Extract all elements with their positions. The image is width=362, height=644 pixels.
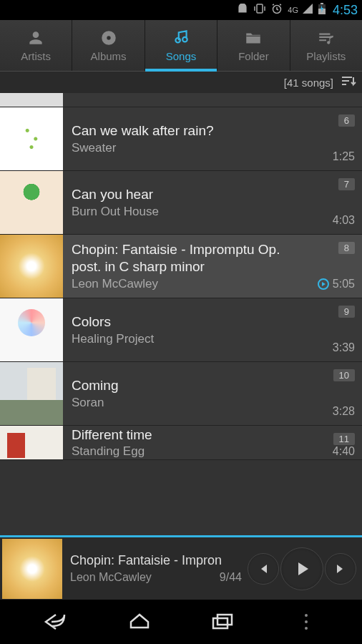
skip-next-icon xyxy=(333,562,348,576)
duration: 4:03 xyxy=(333,214,355,227)
song-title: Chopin: Fantaisie - Impromptu Op. post. … xyxy=(72,241,310,275)
back-button[interactable] xyxy=(34,608,77,636)
song-row[interactable]: Coming Soran 10 3:28 xyxy=(0,362,362,426)
track-number: 8 xyxy=(338,242,355,254)
song-artist: Healing Project xyxy=(72,332,310,346)
svg-rect-9 xyxy=(213,618,228,628)
svg-point-6 xyxy=(107,36,110,39)
now-playing-info: Chopin: Fantaisie - Impron Leon McCawley… xyxy=(64,553,248,584)
track-number: 9 xyxy=(338,306,355,318)
song-count: [41 songs] xyxy=(284,77,333,89)
song-info: Can you hear Burn Out House xyxy=(63,171,319,234)
album-art xyxy=(0,235,63,298)
tab-label: Folder xyxy=(238,50,269,62)
song-row[interactable] xyxy=(0,93,362,107)
menu-icon xyxy=(303,613,309,631)
home-button[interactable] xyxy=(118,608,161,636)
duration: 1:25 xyxy=(333,150,355,163)
duration: 5:05 xyxy=(317,278,355,291)
song-artist: Sweater xyxy=(72,141,310,155)
back-icon xyxy=(43,612,69,632)
alarm-icon xyxy=(270,3,283,17)
svg-point-12 xyxy=(305,620,308,623)
song-row[interactable]: Colors Healing Project 9 3:39 xyxy=(0,298,362,362)
now-playing-art xyxy=(2,539,62,599)
recents-button[interactable] xyxy=(201,608,244,636)
android-icon xyxy=(236,4,249,16)
next-button[interactable] xyxy=(325,553,356,585)
svg-rect-10 xyxy=(217,615,232,625)
home-icon xyxy=(127,612,152,632)
svg-point-13 xyxy=(305,627,308,630)
music-note-icon xyxy=(172,29,190,47)
song-meta: 6 1:25 xyxy=(319,107,362,170)
tab-artists[interactable]: Artists xyxy=(0,20,72,71)
song-info: Colors Healing Project xyxy=(63,298,319,361)
duration: 3:28 xyxy=(333,405,355,418)
song-row[interactable]: Can you hear Burn Out House 7 4:03 xyxy=(0,171,362,235)
now-playing-controls xyxy=(248,547,362,590)
duration: 4:40 xyxy=(333,445,355,458)
menu-button[interactable] xyxy=(285,608,328,636)
svg-rect-0 xyxy=(257,4,263,13)
now-playing-artist: Leon McCawley xyxy=(70,571,152,584)
song-row[interactable]: Different time Standing Egg 11 4:40 xyxy=(0,426,362,460)
album-art xyxy=(0,426,63,460)
song-meta: 9 3:39 xyxy=(319,298,362,361)
song-artist: Soran xyxy=(72,396,310,410)
song-artist: Burn Out House xyxy=(72,205,310,219)
nav-bar xyxy=(0,600,362,644)
status-bar: 4G 4:53 xyxy=(0,0,362,20)
tab-albums[interactable]: Albums xyxy=(72,20,145,71)
album-art xyxy=(0,362,63,425)
track-number: 6 xyxy=(338,114,355,127)
network-type: 4G xyxy=(288,6,298,14)
song-info: Chopin: Fantaisie - Impromptu Op. post. … xyxy=(63,235,319,298)
track-number: 7 xyxy=(338,178,355,190)
skip-previous-icon xyxy=(256,562,270,576)
song-artist: Standing Egg xyxy=(72,444,310,459)
playing-indicator-icon xyxy=(317,278,330,291)
prev-button[interactable] xyxy=(248,553,279,585)
track-number: 10 xyxy=(333,369,355,381)
sort-icon[interactable] xyxy=(341,76,356,89)
song-title: Colors xyxy=(72,313,310,331)
now-playing-position: 9/44 xyxy=(220,571,242,584)
now-playing-bar[interactable]: Chopin: Fantaisie - Impron Leon McCawley… xyxy=(0,535,362,600)
song-row-playing[interactable]: Chopin: Fantaisie - Impromptu Op. post. … xyxy=(0,235,362,298)
tab-songs[interactable]: Songs xyxy=(145,20,217,71)
summary-bar: [41 songs] xyxy=(0,72,362,93)
album-art xyxy=(0,171,63,234)
status-time: 4:53 xyxy=(333,3,358,18)
track-number: 11 xyxy=(333,433,355,445)
tab-label: Albums xyxy=(91,50,127,62)
song-title: Can you hear xyxy=(72,186,310,203)
duration: 3:39 xyxy=(333,341,355,354)
song-title: Can we walk after rain? xyxy=(72,122,310,140)
album-art xyxy=(0,298,63,361)
song-meta: 8 5:05 xyxy=(319,235,362,298)
signal-icon xyxy=(303,4,314,16)
song-info: Coming Soran xyxy=(63,362,319,425)
song-title: Different time xyxy=(72,426,310,444)
song-info: Can we walk after rain? Sweater xyxy=(63,107,319,170)
song-row[interactable]: Can we walk after rain? Sweater 6 1:25 xyxy=(0,107,362,171)
playlist-icon xyxy=(317,29,336,47)
song-title: Coming xyxy=(72,377,310,394)
tab-label: Playlists xyxy=(306,50,346,62)
tab-bar: Artists Albums Songs Folder Playlists xyxy=(0,20,362,72)
play-button[interactable] xyxy=(280,547,323,590)
tab-folder[interactable]: Folder xyxy=(217,20,290,71)
tab-playlists[interactable]: Playlists xyxy=(290,20,362,71)
tab-label: Artists xyxy=(21,50,51,62)
svg-rect-7 xyxy=(247,36,261,36)
song-info: Different time Standing Egg xyxy=(63,426,319,459)
person-icon xyxy=(26,29,45,47)
song-list[interactable]: Can we walk after rain? Sweater 6 1:25 C… xyxy=(0,93,362,535)
play-icon xyxy=(292,559,312,579)
song-meta: 10 3:28 xyxy=(319,362,362,425)
folder-icon xyxy=(244,29,263,47)
album-art xyxy=(0,93,63,107)
vibrate-icon xyxy=(253,3,266,17)
song-meta: 7 4:03 xyxy=(319,171,362,234)
